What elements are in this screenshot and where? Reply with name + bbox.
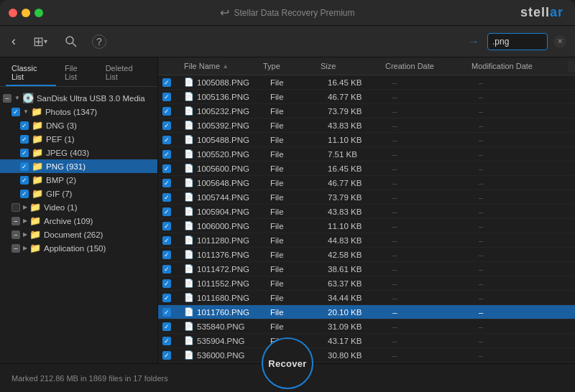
expand-icon-photos[interactable]: ▼ xyxy=(23,108,29,115)
back-navigation-button[interactable]: ‹ xyxy=(9,31,19,52)
search-icon-button[interactable] xyxy=(62,32,80,51)
row-checkbox[interactable]: ✓ xyxy=(158,77,180,88)
table-row[interactable]: ✓📄536000.PNGFile30.80 KB–– xyxy=(158,348,575,363)
sidebar-item-video[interactable]: ▶📁Video (1) xyxy=(0,200,157,214)
search-clear-button[interactable]: ✕ xyxy=(553,35,566,48)
table-row[interactable]: ✓📄1005600.PNGFile16.45 KB–– xyxy=(158,162,575,176)
col-filename[interactable]: File Name ▲ xyxy=(180,60,259,72)
sidebar-item-photos[interactable]: ✓▼📁Photos (1347) xyxy=(0,105,157,118)
sidebar-item-bmp[interactable]: ✓📁BMP (2) xyxy=(0,173,157,187)
row-checkbox[interactable]: ✓ xyxy=(158,235,180,246)
sidebar-item-application[interactable]: –▶📁Application (150) xyxy=(0,241,157,255)
help-button[interactable]: ? xyxy=(92,34,106,49)
sidebar-item-png[interactable]: ✓📁PNG (931) xyxy=(0,159,157,173)
recover-button[interactable]: Recover xyxy=(262,337,313,389)
tree-label-gif: GIF (7) xyxy=(46,190,72,198)
maximize-button[interactable] xyxy=(34,9,43,17)
tab-deleted-list[interactable]: Deleted List xyxy=(100,62,152,86)
col-type[interactable]: Type xyxy=(259,60,316,72)
table-row[interactable]: ✓📄1005392.PNGFile43.83 KB–– xyxy=(158,118,575,133)
sidebar-item-pef[interactable]: ✓📁PEF (1) xyxy=(0,132,157,146)
col-creation[interactable]: Creation Date xyxy=(381,60,467,72)
sidebar-item-archive[interactable]: –▶📁Archive (109) xyxy=(0,214,157,228)
row-checkbox[interactable]: ✓ xyxy=(158,134,180,145)
table-row[interactable]: ✓📄1005088.PNGFile16.45 KB–– xyxy=(158,75,575,90)
row-checkbox[interactable]: ✓ xyxy=(158,292,180,303)
table-row[interactable]: ✓📄1005904.PNGFile43.83 KB–– xyxy=(158,205,575,219)
table-row[interactable]: ✓📄1005520.PNGFile7.51 KB–– xyxy=(158,147,575,162)
row-checkbox[interactable]: ✓ xyxy=(158,307,180,317)
row-creation: – xyxy=(388,322,474,332)
search-forward-button[interactable]: → xyxy=(466,33,482,50)
checkbox-photos[interactable]: ✓ xyxy=(12,108,20,116)
tree-label-photos: Photos (1347) xyxy=(45,108,97,116)
checkbox-archive[interactable]: – xyxy=(12,217,20,225)
row-checkbox[interactable]: ✓ xyxy=(158,106,180,116)
row-checkbox[interactable]: ✓ xyxy=(158,149,180,159)
table-row[interactable]: ✓📄1011680.PNGFile34.44 KB–– xyxy=(158,291,575,305)
checkbox-document[interactable]: – xyxy=(12,230,20,239)
search-input[interactable] xyxy=(492,37,543,47)
col-size[interactable]: Size xyxy=(316,60,381,72)
row-checkbox[interactable]: ✓ xyxy=(158,321,180,332)
row-size: 46.77 KB xyxy=(323,92,388,102)
checkbox-pef[interactable]: ✓ xyxy=(20,135,29,144)
table-row[interactable]: ✓📄1006000.PNGFile11.10 KB–– xyxy=(158,219,575,233)
sidebar-item-sanDisk[interactable]: –▼💽SanDisk Ultra USB 3.0 Media xyxy=(0,91,157,105)
table-row[interactable]: ✓📄1011760.PNGFile20.10 KB–– xyxy=(158,305,575,319)
checkbox-bmp[interactable]: ✓ xyxy=(20,176,29,185)
tab-file-list[interactable]: File List xyxy=(59,62,97,86)
checkbox-gif[interactable]: ✓ xyxy=(20,190,29,198)
tree-label-archive: Archive (109) xyxy=(44,217,93,225)
table-row[interactable]: ✓📄1011280.PNGFile44.83 KB–– xyxy=(158,233,575,248)
row-checkbox[interactable]: ✓ xyxy=(158,91,180,102)
search-box xyxy=(487,33,548,50)
table-row[interactable]: ✓📄1005648.PNGFile46.77 KB–– xyxy=(158,176,575,190)
row-modification: – xyxy=(474,235,575,246)
table-row[interactable]: ✓📄1011552.PNGFile63.37 KB–– xyxy=(158,276,575,291)
sidebar-item-jpeg[interactable]: ✓📁JPEG (403) xyxy=(0,146,157,159)
expand-icon-sanDisk[interactable]: ▼ xyxy=(14,95,20,101)
row-checkbox[interactable]: ✓ xyxy=(158,206,180,217)
expand-icon-video[interactable]: ▶ xyxy=(23,204,27,210)
checkbox-dng[interactable]: ✓ xyxy=(20,121,29,130)
expand-icon-application[interactable]: ▶ xyxy=(23,245,27,251)
row-checkbox[interactable]: ✓ xyxy=(158,163,180,174)
row-checkbox[interactable]: ✓ xyxy=(158,263,180,274)
sidebar-item-document[interactable]: –▶📁Document (262) xyxy=(0,228,157,241)
table-row[interactable]: ✓📄1011472.PNGFile38.61 KB–– xyxy=(158,262,575,276)
row-filename: 📄1005600.PNG xyxy=(180,163,266,174)
checkbox-video[interactable] xyxy=(12,203,20,212)
row-checkbox[interactable]: ✓ xyxy=(158,120,180,131)
row-checkbox[interactable]: ✓ xyxy=(158,350,180,360)
row-type: File xyxy=(266,178,323,188)
expand-icon-document[interactable]: ▶ xyxy=(23,231,27,238)
back-icon[interactable]: ↩ xyxy=(220,6,229,19)
table-row[interactable]: ✓📄1005488.PNGFile11.10 KB–– xyxy=(158,133,575,147)
checkbox-jpeg[interactable]: ✓ xyxy=(20,149,29,157)
table-row[interactable]: ✓📄1005136.PNGFile46.77 KB–– xyxy=(158,90,575,104)
row-checkbox[interactable]: ✓ xyxy=(158,192,180,202)
row-checkbox[interactable]: ✓ xyxy=(158,278,180,289)
table-row[interactable]: ✓📄535840.PNGFile31.09 KB–– xyxy=(158,319,575,334)
checkbox-sanDisk[interactable]: – xyxy=(3,94,12,103)
table-row[interactable]: ✓📄1005744.PNGFile73.79 KB–– xyxy=(158,190,575,205)
row-modification: – xyxy=(474,92,575,102)
sidebar-item-dng[interactable]: ✓📁DNG (3) xyxy=(0,118,157,132)
minimize-button[interactable] xyxy=(22,9,30,17)
col-modification[interactable]: Modification Date xyxy=(467,60,568,72)
sidebar-item-gif[interactable]: ✓📁GIF (7) xyxy=(0,187,157,200)
checkbox-application[interactable]: – xyxy=(12,244,20,253)
row-checkbox[interactable]: ✓ xyxy=(158,177,180,188)
table-row[interactable]: ✓📄1005232.PNGFile73.79 KB–– xyxy=(158,104,575,118)
checkbox-png[interactable]: ✓ xyxy=(20,162,29,171)
table-row[interactable]: ✓📄535904.PNGFile43.17 KB–– xyxy=(158,334,575,348)
row-checkbox[interactable]: ✓ xyxy=(158,335,180,346)
row-checkbox[interactable]: ✓ xyxy=(158,220,180,231)
row-checkbox[interactable]: ✓ xyxy=(158,249,180,260)
table-row[interactable]: ✓📄1011376.PNGFile42.58 KB–– xyxy=(158,248,575,262)
expand-icon-archive[interactable]: ▶ xyxy=(23,218,27,224)
close-button[interactable] xyxy=(9,9,17,17)
view-toggle-button[interactable]: ⊞ ▾ xyxy=(30,31,50,52)
tab-classic-list[interactable]: Classic List xyxy=(6,62,56,86)
